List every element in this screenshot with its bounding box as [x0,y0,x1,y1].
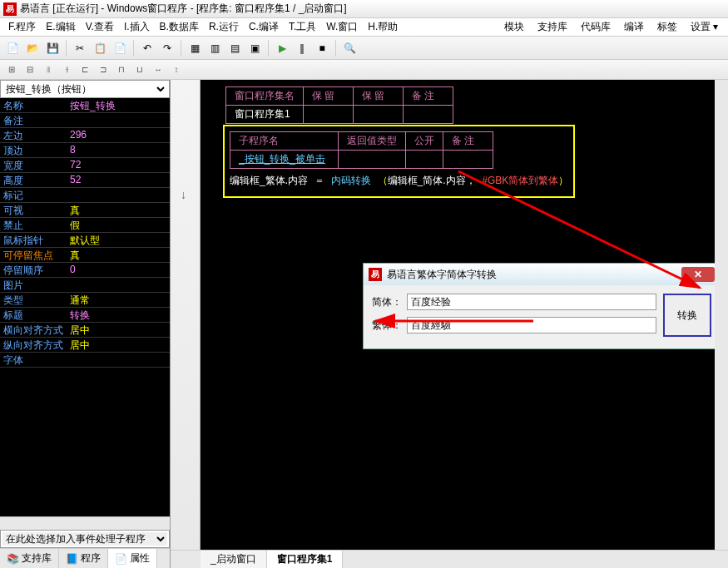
editor-vscroll[interactable] [715,80,728,550]
tb2-6[interactable]: ⊐ [95,62,111,78]
code-line[interactable]: 编辑框_繁体.内容 ＝ 内码转换 （编辑框_简体.内容， #GBK简体到繁体） [230,174,568,188]
prop-row[interactable]: 左边296 [0,128,170,143]
prop-value[interactable]: 296 [67,128,170,142]
prop-value[interactable] [67,188,170,202]
prop-value[interactable]: 居中 [67,338,170,352]
prop-row[interactable]: 鼠标指针默认型 [0,233,170,248]
property-object-selector[interactable]: 按钮_转换（按钮） [0,80,170,98]
tab-properties[interactable]: 📄属性 [108,549,157,568]
menu-window[interactable]: W.窗口 [321,18,363,36]
tb-layout4[interactable]: ▣ [245,39,264,57]
prop-value[interactable]: 默认型 [67,233,170,247]
menu-view[interactable]: V.查看 [81,18,119,36]
input-simplified[interactable] [407,294,656,310]
prop-row[interactable]: 名称按钮_转换 [0,98,170,113]
sub-name[interactable]: _按钮_转换_被单击 [230,151,339,169]
tab-program[interactable]: 📘程序 [59,549,108,568]
menu-r-settings[interactable]: 设置 ▾ [684,18,725,36]
tb-copy[interactable]: 📋 [91,39,109,57]
code-area[interactable]: 窗口程序集名 保 留 保 留 备 注 窗口程序集1 子程序名 返回值类型 公开 [201,80,715,543]
menu-run[interactable]: R.运行 [204,18,244,36]
input-traditional[interactable] [407,317,656,333]
tb-save[interactable]: 💾 [43,39,62,57]
prop-value[interactable] [67,278,170,292]
editor-tab-startwin[interactable]: _启动窗口 [201,551,267,568]
dialog-close-button[interactable]: ✕ [681,267,715,282]
prop-value[interactable]: 转换 [67,308,170,322]
property-object-select[interactable]: 按钮_转换（按钮） [2,82,167,96]
prop-row[interactable]: 可停留焦点真 [0,248,170,263]
menu-file[interactable]: F.程序 [3,18,41,36]
property-grid[interactable]: 名称按钮_转换备注左边296顶边8宽度72高度52标记可视真禁止假鼠标指针默认型… [0,98,170,516]
prop-value[interactable]: 52 [67,173,170,187]
tb2-10[interactable]: ↕ [168,62,185,78]
tb-layout1[interactable]: ▦ [186,39,204,57]
prop-row[interactable]: 高度52 [0,173,170,188]
menu-compile[interactable]: C.编译 [244,18,284,36]
tb2-1[interactable]: ⊞ [3,62,20,78]
prop-row[interactable]: 备注 [0,113,170,128]
tab-support-lib[interactable]: 📚支持库 [0,549,59,568]
sidebar-hscroll[interactable] [0,516,170,530]
tb-stop[interactable]: ■ [313,39,331,57]
prop-value[interactable]: 假 [67,218,170,232]
menu-r-code[interactable]: 代码库 [574,18,617,36]
prop-value[interactable] [67,353,170,367]
tb-paste[interactable]: 📄 [111,39,129,57]
prop-value[interactable]: 通常 [67,293,170,307]
prop-row[interactable]: 禁止假 [0,218,170,233]
tb-new[interactable]: 📄 [3,39,22,57]
menu-tools[interactable]: T.工具 [284,18,321,36]
tb-layout2[interactable]: ▥ [206,39,224,57]
menu-insert[interactable]: I.插入 [119,18,155,36]
menu-db[interactable]: B.数据库 [155,18,204,36]
prop-row[interactable]: 纵向对齐方式居中 [0,338,170,353]
tb2-9[interactable]: ↔ [150,62,166,78]
tb-cut[interactable]: ✂ [71,39,89,57]
event-select[interactable]: 在此处选择加入事件处理子程序 [2,532,167,546]
runtime-dialog[interactable]: 易 易语言繁体字简体字转换 ✕ 简体： 繁体： [363,263,715,349]
prop-row[interactable]: 停留顺序0 [0,263,170,278]
tb2-7[interactable]: ⊓ [113,62,130,78]
tb2-2[interactable]: ⊟ [22,62,38,78]
menu-r-tags[interactable]: 标签 [651,18,684,36]
convert-button[interactable]: 转换 [663,294,711,337]
prop-value[interactable]: 居中 [67,323,170,337]
prop-row[interactable]: 字体 [0,353,170,368]
tb2-8[interactable]: ⊔ [131,62,148,78]
tb2-3[interactable]: ⫴ [40,62,57,78]
prop-value[interactable]: 按钮_转换 [67,98,170,112]
menu-edit[interactable]: E.编辑 [41,18,80,36]
editor-tab-asm1[interactable]: 窗口程序集1 [267,551,344,568]
menu-help[interactable]: H.帮助 [363,18,403,36]
tb-run[interactable]: ▶ [273,39,291,57]
prop-row[interactable]: 类型通常 [0,293,170,308]
menu-r-module[interactable]: 模块 [498,18,531,36]
prop-value[interactable]: 0 [67,263,170,277]
prop-row[interactable]: 图片 [0,278,170,293]
prop-value[interactable]: 真 [67,203,170,217]
tb-find[interactable]: 🔍 [340,39,359,57]
event-selector[interactable]: 在此处选择加入事件处理子程序 [0,530,170,548]
prop-row[interactable]: 宽度72 [0,158,170,173]
dialog-titlebar[interactable]: 易 易语言繁体字简体字转换 ✕ [364,264,715,285]
prop-value[interactable]: 真 [67,248,170,262]
tb-layout3[interactable]: ▤ [225,39,244,57]
tb2-5[interactable]: ⊏ [77,62,93,78]
prop-row[interactable]: 标题转换 [0,308,170,323]
tb-undo[interactable]: ↶ [138,39,156,57]
prop-value[interactable] [67,113,170,127]
asm-name[interactable]: 窗口程序集1 [226,106,304,124]
menu-r-lib[interactable]: 支持库 [531,18,574,36]
tb-pause[interactable]: ‖ [293,39,311,57]
prop-value[interactable]: 8 [67,143,170,157]
tb2-4[interactable]: ⫲ [58,62,75,78]
prop-row[interactable]: 标记 [0,188,170,203]
tb-redo[interactable]: ↷ [158,39,176,57]
prop-row[interactable]: 横向对齐方式居中 [0,323,170,338]
prop-value[interactable]: 72 [67,158,170,172]
prop-row[interactable]: 可视真 [0,203,170,218]
prop-row[interactable]: 顶边8 [0,143,170,158]
menu-r-compile[interactable]: 编译 [617,18,651,36]
tb-open[interactable]: 📂 [23,39,42,57]
